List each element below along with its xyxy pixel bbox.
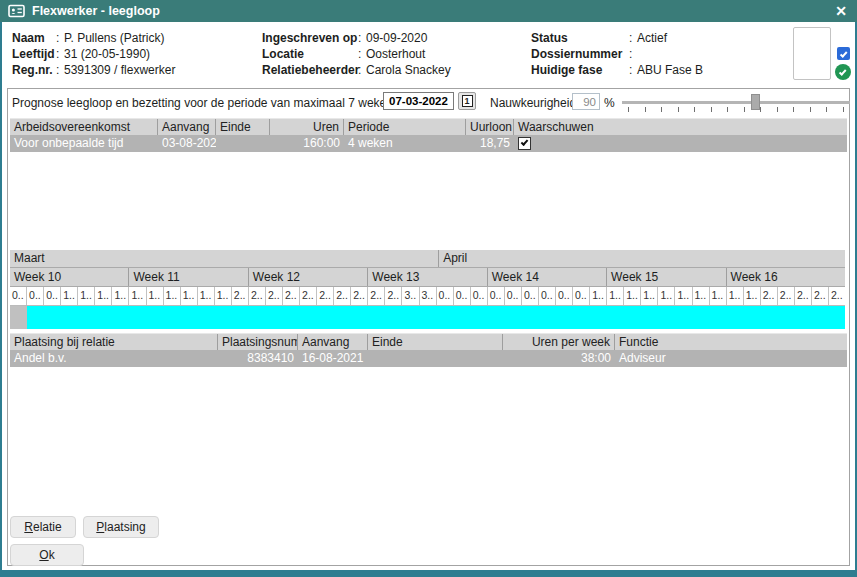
- slider-tick: [826, 107, 827, 112]
- placement-row-selected[interactable]: Andel b.v. 8383410 16-08-2021 38:00 Advi…: [10, 350, 847, 367]
- timeline-day-cell: 0..: [471, 287, 488, 305]
- titlebar: Flexwerker - leegloop ✕: [0, 0, 857, 22]
- field-dossiernummer: Dossiernummer :: [531, 46, 703, 62]
- col-functie: Functie: [615, 334, 847, 350]
- header-column-person: Naam : P. Pullens (Patrick) Leeftijd : 3…: [12, 30, 175, 78]
- timeline-day-cell: 2..: [266, 287, 283, 305]
- timeline-week-cell: Week 15: [607, 268, 726, 286]
- field-label: Naam: [12, 31, 56, 45]
- relatie-button[interactable]: Relatie: [10, 516, 76, 538]
- slider-tick: [760, 107, 761, 112]
- col-aanvang: Aanvang: [298, 334, 368, 350]
- timeline-day-cell: 0..: [556, 287, 573, 305]
- checked-checkbox-icon[interactable]: [837, 47, 850, 60]
- percent-sign: %: [604, 96, 615, 110]
- field-label: Locatie: [262, 47, 358, 61]
- timeline-day-cell: 0..: [505, 287, 522, 305]
- timeline-month-cell: April: [439, 250, 845, 267]
- close-icon[interactable]: ✕: [835, 4, 847, 18]
- timeline-week-cell: Week 12: [249, 268, 368, 286]
- timeline-day-cell: 0..: [437, 287, 454, 305]
- timeline-day-cell: 2..: [300, 287, 317, 305]
- timeline-week-row: Week 10Week 11Week 12Week 13Week 14Week …: [10, 268, 845, 287]
- field-value: 5391309 / flexwerker: [64, 63, 175, 77]
- slider-tick: [678, 107, 679, 112]
- header-column-status: Status : Actief Dossiernummer : Huidige …: [531, 30, 703, 78]
- field-value: Carola Snackey: [366, 63, 451, 77]
- calendar-icon: 1: [462, 95, 473, 107]
- slider-tick: [810, 107, 811, 112]
- timeline-day-cell: 0..: [488, 287, 505, 305]
- cell-periode: 4 weken: [344, 135, 466, 152]
- timeline-day-cell: 0..: [10, 287, 27, 305]
- field-value: P. Pullens (Patrick): [64, 31, 164, 45]
- timeline-day-cell: 1..: [61, 287, 78, 305]
- cell-waarschuwen: [514, 135, 847, 152]
- accuracy-slider-track[interactable]: [622, 101, 850, 104]
- header-column-registration: Ingeschreven op : 09-09-2020 Locatie : O…: [262, 30, 451, 78]
- timeline-day-cell: 1..: [78, 287, 95, 305]
- timeline-day-cell: 0..: [454, 287, 471, 305]
- timeline-day-cell: 1..: [641, 287, 658, 305]
- prognose-label: Prognose leegloop en bezetting voor de p…: [12, 96, 426, 110]
- contract-row-selected[interactable]: Voor onbepaalde tijd 03-08-2020 160:00 4…: [10, 135, 847, 152]
- separator: :: [629, 31, 637, 45]
- timeline-bar-empty-cell: [10, 306, 27, 329]
- slider-tick: [777, 107, 778, 112]
- slider-tick: [711, 107, 712, 112]
- cell-uren-per-week: 38:00: [503, 350, 615, 367]
- separator: :: [56, 31, 64, 45]
- timeline-day-cell: 1..: [164, 287, 181, 305]
- col-uren: Uren: [270, 119, 344, 135]
- timeline-day-cell: 2..: [334, 287, 351, 305]
- field-label: Status: [531, 31, 629, 45]
- cell-relatie: Andel b.v.: [10, 350, 218, 367]
- cell-aanvang: 16-08-2021: [298, 350, 368, 367]
- calendar-button[interactable]: 1: [458, 92, 476, 110]
- separator: :: [358, 31, 366, 45]
- timeline-day-cell: 2..: [351, 287, 368, 305]
- accuracy-input[interactable]: [572, 93, 600, 110]
- check-glyph: [521, 138, 529, 146]
- ok-button[interactable]: Ok: [10, 544, 84, 566]
- field-label: Ingeschreven op: [262, 31, 358, 45]
- placements-table-header: Plaatsing bij relatie Plaatsingsnummer A…: [10, 333, 847, 350]
- timeline-week-cell: Week 16: [727, 268, 845, 286]
- dialog-window: Flexwerker - leegloop ✕ Naam : P. Pullen…: [0, 0, 857, 577]
- plaatsing-button-label: Plaatsing: [96, 520, 145, 534]
- timeline-day-cell: 1..: [675, 287, 692, 305]
- slider-tick: [628, 107, 629, 112]
- cell-aanvang: 03-08-2020: [158, 135, 216, 152]
- col-uren-per-week: Uren per week: [503, 334, 615, 350]
- plaatsing-button[interactable]: Plaatsing: [83, 516, 159, 538]
- prognose-date-input[interactable]: [383, 92, 454, 110]
- timeline-day-cell: 2..: [283, 287, 300, 305]
- timeline-day-cell: 1..: [181, 287, 198, 305]
- photo-placeholder: [793, 27, 831, 80]
- timeline-day-cell: 2..: [317, 287, 334, 305]
- timeline-day-cell: 2..: [829, 287, 845, 305]
- slider-tick: [694, 107, 695, 112]
- field-label: Relatiebeheerder: [262, 63, 358, 77]
- green-check-icon: [835, 64, 851, 80]
- contracts-table-header: Arbeidsovereenkomst Aanvang Einde Uren P…: [10, 118, 847, 135]
- timeline-day-cell: 2..: [778, 287, 795, 305]
- field-label: Leeftijd: [12, 47, 56, 61]
- field-label: Dossiernummer: [531, 47, 629, 61]
- timeline-week-cell: Week 14: [488, 268, 607, 286]
- slider-tick: [843, 107, 844, 112]
- timeline-day-row: 0..0..0..1..1..1..1..1..1..1..1..1..1..2…: [10, 287, 845, 306]
- field-relatiebeheerder: Relatiebeheerder : Carola Snackey: [262, 62, 451, 78]
- timeline-day-cell: 0..: [44, 287, 61, 305]
- check-glyph: [839, 68, 846, 76]
- separator: :: [56, 63, 64, 77]
- timeline: MaartApril Week 10Week 11Week 12Week 13W…: [10, 250, 845, 329]
- slider-tick: [793, 107, 794, 112]
- field-naam: Naam : P. Pullens (Patrick): [12, 30, 175, 46]
- timeline-day-cell: 1..: [215, 287, 232, 305]
- waarschuwen-checkbox[interactable]: [518, 137, 531, 150]
- timeline-week-cell: Week 11: [129, 268, 248, 286]
- timeline-day-cell: 0..: [539, 287, 556, 305]
- field-locatie: Locatie : Oosterhout: [262, 46, 451, 62]
- timeline-day-cell: 1..: [129, 287, 146, 305]
